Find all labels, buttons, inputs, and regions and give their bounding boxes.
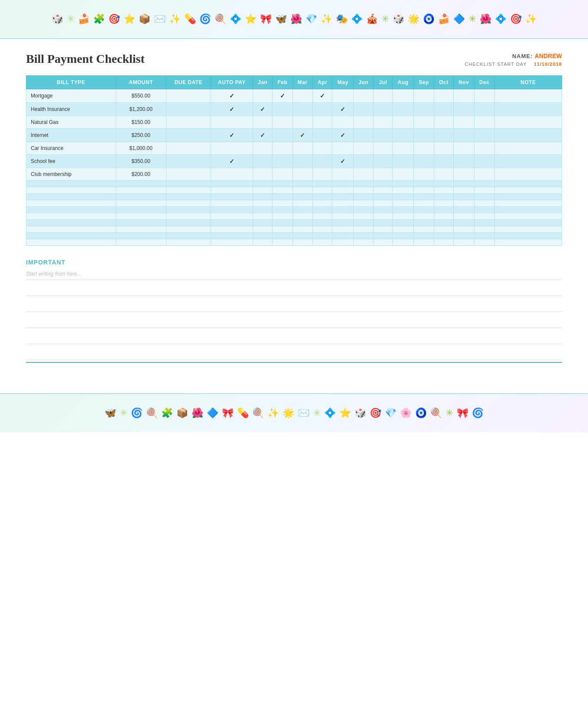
bottom-banner: 🦋✳ 🌀🍭 🧩📦 🌺🔷 🎀💊 🍭✨ 🌟✉️ ✳💠 ⭐🎲 🎯💎 🌸🧿 🍭✳ 🎀🌀 <box>0 393 588 432</box>
table-row: Natural Gas$150.00 <box>26 116 562 129</box>
note-line-2 <box>26 281 562 296</box>
th-dec: Dec <box>474 76 494 89</box>
th-bill-type: BILL TYPE <box>26 76 116 89</box>
note-line-6 <box>26 345 562 360</box>
table-row: Internet$250.00✓✓✓✓ <box>26 129 562 142</box>
th-nov: Nov <box>453 76 474 89</box>
teal-divider <box>26 362 562 363</box>
bill-table-container: BILL TYPE AMOUNT DUE DATE AUTO PAY Jan F… <box>26 75 562 246</box>
table-row: Club membership$200.00 <box>26 168 562 181</box>
bottom-banner-icons: 🦋✳ 🌀🍭 🧩📦 🌺🔷 🎀💊 🍭✨ 🌟✉️ ✳💠 ⭐🎲 🎯💎 🌸🧿 🍭✳ 🎀🌀 <box>96 407 492 419</box>
table-row: Health Insurance$1,200.00✓✓✓ <box>26 103 562 116</box>
name-section: NAME: ANDREW CHECKLIST START DAY 11/10/2… <box>465 52 562 67</box>
note-line-3 <box>26 297 562 312</box>
banner-icons: 🎲✳🍰 🧩🎯 ⭐📦✉️ ✨💊 🌀🍭💠 ⭐🎀 🦋🌺 💎✨ 🎭💠 🎪✳ 🎲🌟 🧿🍰🔷… <box>43 13 546 25</box>
checklist-start-label: CHECKLIST START DAY <box>465 62 527 67</box>
note-line-5 <box>26 329 562 344</box>
table-row <box>26 207 562 213</box>
table-row <box>26 226 562 233</box>
table-row <box>26 200 562 207</box>
th-oct: Oct <box>434 76 454 89</box>
th-may: May <box>332 76 354 89</box>
table-row: School fee$350.00✓✓ <box>26 155 562 168</box>
important-label: IMPORTANT <box>26 259 562 266</box>
table-row <box>26 233 562 239</box>
th-jul: Jul <box>374 76 393 89</box>
table-body: Mortgage$550.00✓✓✓Health Insurance$1,200… <box>26 89 562 246</box>
table-row <box>26 239 562 246</box>
th-jun: Jun <box>354 76 374 89</box>
notes-area: Start writing from here... <box>26 268 562 363</box>
th-aug: Aug <box>393 76 414 89</box>
th-feb: Feb <box>273 76 292 89</box>
header-row: Bill Payment Checklist NAME: ANDREW CHEC… <box>26 52 562 67</box>
table-row <box>26 187 562 194</box>
th-amount: AMOUNT <box>116 76 166 89</box>
header-row-table: BILL TYPE AMOUNT DUE DATE AUTO PAY Jan F… <box>26 76 562 89</box>
th-mar: Mar <box>292 76 312 89</box>
th-due-date: DUE DATE <box>166 76 211 89</box>
note-line-4 <box>26 313 562 328</box>
name-value: ANDREW <box>535 52 562 59</box>
top-banner: 🎲✳🍰 🧩🎯 ⭐📦✉️ ✨💊 🌀🍭💠 ⭐🎀 🦋🌺 💎✨ 🎭💠 🎪✳ 🎲🌟 🧿🍰🔷… <box>0 0 588 39</box>
th-note: NOTE <box>494 76 562 89</box>
th-apr: Apr <box>312 76 332 89</box>
table-row <box>26 181 562 187</box>
note-line-1: Start writing from here... <box>26 268 562 280</box>
page-title: Bill Payment Checklist <box>26 52 145 66</box>
checklist-date-row: CHECKLIST START DAY 11/10/2018 <box>465 62 562 67</box>
table-row: Car Insurance$1,000.00 <box>26 142 562 155</box>
table-row <box>26 194 562 200</box>
main-content: Bill Payment Checklist NAME: ANDREW CHEC… <box>0 39 588 376</box>
important-section: IMPORTANT Start writing from here... <box>26 259 562 367</box>
th-sep: Sep <box>414 76 434 89</box>
bill-table: BILL TYPE AMOUNT DUE DATE AUTO PAY Jan F… <box>26 75 562 246</box>
name-label: NAME: <box>512 53 533 59</box>
table-row: Mortgage$550.00✓✓✓ <box>26 89 562 103</box>
name-display: NAME: ANDREW <box>465 52 562 60</box>
table-row <box>26 213 562 220</box>
th-jan: Jan <box>253 76 272 89</box>
table-header: BILL TYPE AMOUNT DUE DATE AUTO PAY Jan F… <box>26 76 562 89</box>
checklist-start-value: 11/10/2018 <box>534 62 562 67</box>
table-row <box>26 220 562 226</box>
th-auto-pay: AUTO PAY <box>211 76 253 89</box>
